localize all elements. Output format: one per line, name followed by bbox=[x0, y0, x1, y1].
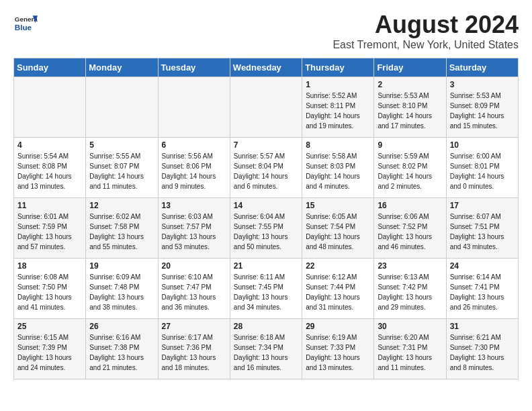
day-info: Sunrise: 5:52 AM Sunset: 8:11 PM Dayligh… bbox=[306, 91, 370, 131]
calendar-cell: 1Sunrise: 5:52 AM Sunset: 8:11 PM Daylig… bbox=[302, 77, 374, 138]
calendar-cell bbox=[14, 77, 86, 138]
calendar-cell: 7Sunrise: 5:57 AM Sunset: 8:04 PM Daylig… bbox=[230, 138, 302, 198]
day-info: Sunrise: 6:21 AM Sunset: 7:30 PM Dayligh… bbox=[450, 332, 515, 373]
day-info: Sunrise: 6:05 AM Sunset: 7:54 PM Dayligh… bbox=[306, 212, 370, 252]
day-info: Sunrise: 5:54 AM Sunset: 8:08 PM Dayligh… bbox=[17, 151, 82, 191]
day-number: 11 bbox=[17, 201, 82, 210]
day-number: 26 bbox=[89, 322, 154, 331]
title-block: August 2024 East Tremont, New York, Unit… bbox=[332, 11, 519, 51]
day-number: 8 bbox=[306, 140, 370, 150]
day-number: 28 bbox=[234, 322, 298, 331]
calendar-cell: 24Sunrise: 6:14 AM Sunset: 7:41 PM Dayli… bbox=[446, 259, 518, 319]
calendar-cell bbox=[158, 77, 230, 138]
day-info: Sunrise: 6:14 AM Sunset: 7:41 PM Dayligh… bbox=[450, 272, 515, 312]
day-info: Sunrise: 6:06 AM Sunset: 7:52 PM Dayligh… bbox=[378, 212, 442, 252]
weekday-header: Friday bbox=[374, 58, 446, 77]
calendar-cell: 30Sunrise: 6:20 AM Sunset: 7:31 PM Dayli… bbox=[374, 319, 446, 379]
calendar-cell: 6Sunrise: 5:56 AM Sunset: 8:06 PM Daylig… bbox=[158, 138, 230, 198]
logo-icon: General Blue bbox=[13, 11, 38, 35]
day-info: Sunrise: 6:17 AM Sunset: 7:36 PM Dayligh… bbox=[162, 332, 226, 373]
day-info: Sunrise: 6:20 AM Sunset: 7:31 PM Dayligh… bbox=[378, 332, 442, 373]
day-info: Sunrise: 6:16 AM Sunset: 7:38 PM Dayligh… bbox=[89, 332, 154, 373]
calendar-cell: 27Sunrise: 6:17 AM Sunset: 7:36 PM Dayli… bbox=[158, 319, 230, 379]
weekday-header: Tuesday bbox=[158, 58, 230, 77]
day-number: 12 bbox=[89, 201, 154, 210]
calendar-header-row: SundayMondayTuesdayWednesdayThursdayFrid… bbox=[14, 58, 519, 77]
calendar-cell: 16Sunrise: 6:06 AM Sunset: 7:52 PM Dayli… bbox=[374, 198, 446, 259]
day-info: Sunrise: 6:19 AM Sunset: 7:33 PM Dayligh… bbox=[306, 332, 370, 373]
logo: General Blue bbox=[13, 11, 38, 35]
day-info: Sunrise: 6:11 AM Sunset: 7:45 PM Dayligh… bbox=[234, 272, 298, 312]
day-number: 1 bbox=[306, 80, 370, 89]
calendar-cell: 25Sunrise: 6:15 AM Sunset: 7:39 PM Dayli… bbox=[14, 319, 86, 379]
weekday-header: Monday bbox=[86, 58, 158, 77]
calendar-cell: 4Sunrise: 5:54 AM Sunset: 8:08 PM Daylig… bbox=[14, 138, 86, 198]
day-number: 14 bbox=[234, 201, 298, 210]
day-number: 31 bbox=[450, 322, 515, 331]
day-number: 2 bbox=[378, 80, 442, 89]
day-number: 10 bbox=[450, 140, 515, 150]
day-info: Sunrise: 6:04 AM Sunset: 7:55 PM Dayligh… bbox=[234, 212, 298, 252]
calendar-cell: 13Sunrise: 6:03 AM Sunset: 7:57 PM Dayli… bbox=[158, 198, 230, 259]
calendar-week-row: 18Sunrise: 6:08 AM Sunset: 7:50 PM Dayli… bbox=[14, 259, 519, 319]
day-info: Sunrise: 5:57 AM Sunset: 8:04 PM Dayligh… bbox=[234, 151, 298, 191]
calendar-cell: 21Sunrise: 6:11 AM Sunset: 7:45 PM Dayli… bbox=[230, 259, 302, 319]
day-info: Sunrise: 5:59 AM Sunset: 8:02 PM Dayligh… bbox=[378, 151, 442, 191]
day-info: Sunrise: 6:09 AM Sunset: 7:48 PM Dayligh… bbox=[89, 272, 154, 312]
day-number: 9 bbox=[378, 140, 442, 150]
calendar-cell: 10Sunrise: 6:00 AM Sunset: 8:01 PM Dayli… bbox=[446, 138, 518, 198]
day-number: 27 bbox=[162, 322, 226, 331]
day-number: 5 bbox=[89, 140, 154, 150]
day-number: 13 bbox=[162, 201, 226, 210]
calendar-cell: 15Sunrise: 6:05 AM Sunset: 7:54 PM Dayli… bbox=[302, 198, 374, 259]
calendar-cell: 26Sunrise: 6:16 AM Sunset: 7:38 PM Dayli… bbox=[86, 319, 158, 379]
day-info: Sunrise: 6:10 AM Sunset: 7:47 PM Dayligh… bbox=[162, 272, 226, 312]
day-number: 17 bbox=[450, 201, 515, 210]
calendar-week-row: 11Sunrise: 6:01 AM Sunset: 7:59 PM Dayli… bbox=[14, 198, 519, 259]
calendar-cell bbox=[86, 77, 158, 138]
day-number: 19 bbox=[89, 261, 154, 271]
weekday-header: Saturday bbox=[446, 58, 518, 77]
day-number: 16 bbox=[378, 201, 442, 210]
day-number: 15 bbox=[306, 201, 370, 210]
day-number: 18 bbox=[17, 261, 82, 271]
calendar-cell: 3Sunrise: 5:53 AM Sunset: 8:09 PM Daylig… bbox=[446, 77, 518, 138]
day-number: 22 bbox=[306, 261, 370, 271]
calendar-table: SundayMondayTuesdayWednesdayThursdayFrid… bbox=[13, 58, 519, 379]
calendar-week-row: 25Sunrise: 6:15 AM Sunset: 7:39 PM Dayli… bbox=[14, 319, 519, 379]
calendar-cell: 2Sunrise: 5:53 AM Sunset: 8:10 PM Daylig… bbox=[374, 77, 446, 138]
calendar-cell: 31Sunrise: 6:21 AM Sunset: 7:30 PM Dayli… bbox=[446, 319, 518, 379]
calendar-cell: 28Sunrise: 6:18 AM Sunset: 7:34 PM Dayli… bbox=[230, 319, 302, 379]
calendar-week-row: 1Sunrise: 5:52 AM Sunset: 8:11 PM Daylig… bbox=[14, 77, 519, 138]
weekday-header: Wednesday bbox=[230, 58, 302, 77]
calendar-cell: 20Sunrise: 6:10 AM Sunset: 7:47 PM Dayli… bbox=[158, 259, 230, 319]
day-info: Sunrise: 5:53 AM Sunset: 8:09 PM Dayligh… bbox=[450, 91, 515, 131]
day-info: Sunrise: 6:12 AM Sunset: 7:44 PM Dayligh… bbox=[306, 272, 370, 312]
page-header: General Blue August 2024 East Tremont, N… bbox=[13, 11, 519, 51]
day-info: Sunrise: 6:01 AM Sunset: 7:59 PM Dayligh… bbox=[17, 212, 82, 252]
calendar-cell: 14Sunrise: 6:04 AM Sunset: 7:55 PM Dayli… bbox=[230, 198, 302, 259]
calendar-cell: 18Sunrise: 6:08 AM Sunset: 7:50 PM Dayli… bbox=[14, 259, 86, 319]
calendar-cell: 9Sunrise: 5:59 AM Sunset: 8:02 PM Daylig… bbox=[374, 138, 446, 198]
day-number: 4 bbox=[17, 140, 82, 150]
calendar-cell: 5Sunrise: 5:55 AM Sunset: 8:07 PM Daylig… bbox=[86, 138, 158, 198]
calendar-cell: 11Sunrise: 6:01 AM Sunset: 7:59 PM Dayli… bbox=[14, 198, 86, 259]
calendar-cell: 29Sunrise: 6:19 AM Sunset: 7:33 PM Dayli… bbox=[302, 319, 374, 379]
calendar-cell: 17Sunrise: 6:07 AM Sunset: 7:51 PM Dayli… bbox=[446, 198, 518, 259]
calendar-cell: 12Sunrise: 6:02 AM Sunset: 7:58 PM Dayli… bbox=[86, 198, 158, 259]
svg-text:Blue: Blue bbox=[15, 23, 32, 32]
calendar-cell bbox=[230, 77, 302, 138]
weekday-header: Thursday bbox=[302, 58, 374, 77]
day-info: Sunrise: 5:58 AM Sunset: 8:03 PM Dayligh… bbox=[306, 151, 370, 191]
day-number: 3 bbox=[450, 80, 515, 89]
day-number: 24 bbox=[450, 261, 515, 271]
day-info: Sunrise: 6:15 AM Sunset: 7:39 PM Dayligh… bbox=[17, 332, 82, 373]
calendar-week-row: 4Sunrise: 5:54 AM Sunset: 8:08 PM Daylig… bbox=[14, 138, 519, 198]
weekday-header: Sunday bbox=[14, 58, 86, 77]
day-info: Sunrise: 6:13 AM Sunset: 7:42 PM Dayligh… bbox=[378, 272, 442, 312]
day-info: Sunrise: 5:53 AM Sunset: 8:10 PM Dayligh… bbox=[378, 91, 442, 131]
day-info: Sunrise: 6:08 AM Sunset: 7:50 PM Dayligh… bbox=[17, 272, 82, 312]
day-number: 6 bbox=[162, 140, 226, 150]
day-info: Sunrise: 6:18 AM Sunset: 7:34 PM Dayligh… bbox=[234, 332, 298, 373]
calendar-cell: 19Sunrise: 6:09 AM Sunset: 7:48 PM Dayli… bbox=[86, 259, 158, 319]
